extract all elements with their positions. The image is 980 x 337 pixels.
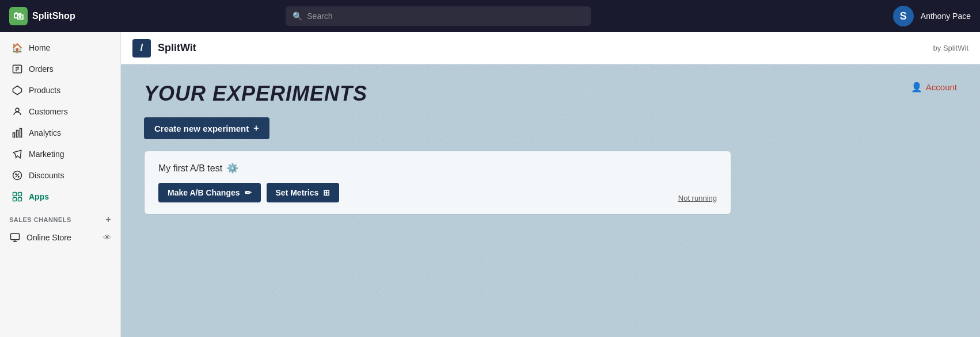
sidebar-item-label-analytics: Analytics: [29, 128, 61, 137]
shop-logo-icon: 🛍: [9, 7, 28, 25]
sidebar-item-discounts[interactable]: Discounts: [2, 165, 118, 186]
experiment-name: My first A/B test: [158, 163, 222, 174]
app-name: SplitWit: [158, 42, 196, 54]
logo-area: 🛍 SplitShop: [9, 7, 130, 25]
main-layout: 🏠 Home Orders Products Customers Anal: [0, 32, 980, 337]
sidebar-item-label-home: Home: [29, 43, 50, 52]
sidebar-item-label-products: Products: [29, 86, 60, 95]
svg-point-5: [16, 108, 19, 112]
not-running-status[interactable]: Not running: [678, 194, 717, 202]
svg-point-11: [16, 174, 17, 175]
by-splitwit-text: by SplitWit: [933, 44, 968, 52]
make-ab-changes-button[interactable]: Make A/B Changes ✏: [158, 183, 261, 202]
avatar: S: [893, 6, 914, 26]
svg-rect-6: [13, 133, 15, 137]
create-btn-label: Create new experiment: [154, 124, 249, 133]
sidebar: 🏠 Home Orders Products Customers Anal: [0, 32, 121, 337]
app-header: / SplitWit by SplitWit: [121, 32, 980, 64]
set-metrics-label: Set Metrics: [276, 188, 319, 197]
sidebar-item-home[interactable]: 🏠 Home: [2, 37, 118, 58]
sales-channels-title: SALES CHANNELS +: [0, 208, 120, 227]
sidebar-item-label-marketing: Marketing: [29, 150, 64, 159]
sidebar-item-apps[interactable]: Apps: [2, 186, 118, 207]
svg-rect-14: [18, 193, 22, 196]
user-name: Anthony Pace: [921, 12, 971, 21]
sidebar-item-label-orders: Orders: [29, 64, 54, 74]
sidebar-item-label-apps: Apps: [29, 192, 49, 201]
add-sales-channel-button[interactable]: +: [105, 215, 111, 225]
svg-marker-4: [13, 86, 22, 95]
online-store-label: Online Store: [26, 233, 71, 242]
header-right: S Anthony Pace: [893, 6, 971, 26]
orders-icon: [12, 63, 23, 75]
apps-icon: [12, 191, 23, 202]
sidebar-item-analytics[interactable]: Analytics: [2, 122, 118, 143]
gear-icon[interactable]: ⚙️: [227, 163, 238, 174]
online-store-left: Online Store: [9, 232, 71, 243]
account-icon: 👤: [911, 82, 922, 93]
experiment-actions: Make A/B Changes ✏ Set Metrics ⊞: [158, 183, 717, 202]
sidebar-item-products[interactable]: Products: [2, 80, 118, 101]
svg-rect-8: [20, 129, 22, 137]
make-changes-label: Make A/B Changes: [168, 188, 240, 197]
sidebar-item-orders[interactable]: Orders: [2, 59, 118, 79]
products-icon: [12, 85, 23, 96]
sidebar-item-customers[interactable]: Customers: [2, 101, 118, 122]
online-store-icon: [9, 232, 21, 243]
sidebar-item-label-discounts: Discounts: [29, 171, 64, 180]
experiment-card: My first A/B test ⚙️ Make A/B Changes ✏ …: [144, 151, 731, 215]
search-icon: 🔍: [293, 12, 302, 21]
svg-rect-15: [13, 198, 17, 201]
sidebar-item-online-store[interactable]: Online Store 👁: [0, 227, 120, 248]
splitwit-logo-box: /: [132, 39, 151, 58]
create-new-experiment-button[interactable]: Create new experiment +: [144, 117, 269, 139]
page-title: YOUR EXPERIMENTS: [144, 82, 957, 106]
account-label: Account: [926, 82, 957, 92]
eye-icon[interactable]: 👁: [103, 233, 111, 242]
app-content: / SplitWit by SplitWit YOUR EXPERIMENTS …: [121, 32, 980, 337]
splitwit-slash-icon: /: [140, 42, 143, 54]
analytics-icon: [12, 127, 23, 139]
top-header: 🛍 SplitShop 🔍 S Anthony Pace: [0, 0, 980, 32]
shop-logo-text: SplitShop: [32, 11, 75, 21]
set-metrics-button[interactable]: Set Metrics ⊞: [267, 183, 340, 202]
metrics-plus-icon: ⊞: [323, 188, 330, 197]
sidebar-item-label-customers: Customers: [29, 107, 68, 116]
discounts-icon: [12, 170, 23, 181]
svg-rect-13: [13, 193, 17, 196]
svg-rect-17: [11, 233, 20, 240]
search-input[interactable]: [307, 12, 584, 21]
search-bar: 🔍: [286, 6, 591, 26]
account-button[interactable]: 👤 Account: [911, 82, 957, 93]
marketing-icon: [12, 148, 23, 160]
pencil-icon: ✏: [245, 188, 252, 197]
home-icon: 🏠: [12, 42, 23, 53]
search-wrapper: 🔍: [286, 6, 591, 26]
svg-rect-16: [18, 198, 22, 201]
create-plus-icon: +: [253, 123, 259, 133]
experiments-background: YOUR EXPERIMENTS 👤 Account Create new ex…: [121, 64, 980, 337]
svg-rect-7: [17, 131, 18, 137]
sidebar-item-marketing[interactable]: Marketing: [2, 144, 118, 164]
customers-icon: [12, 106, 23, 117]
experiment-title-row: My first A/B test ⚙️: [158, 163, 717, 174]
svg-point-12: [18, 177, 20, 178]
